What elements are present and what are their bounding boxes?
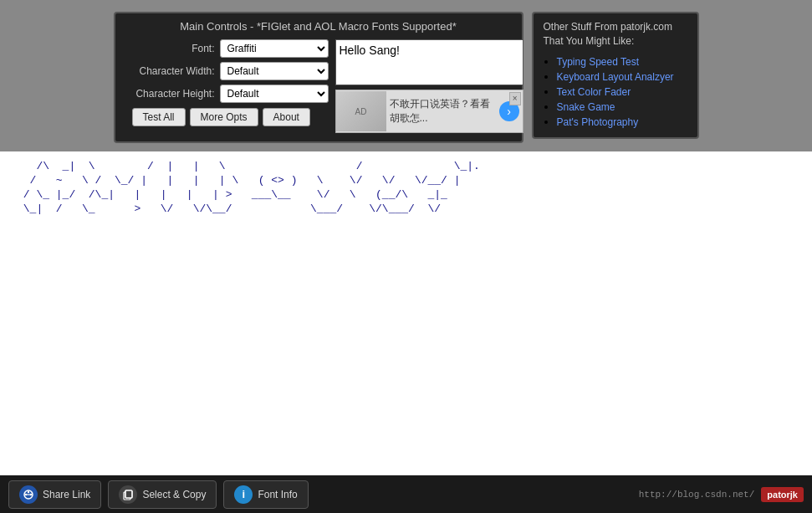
text-input-area: Hello Sang! × AD 不敢开口说英语？看看胡歌怎... › [335, 39, 523, 133]
text-color-link[interactable]: Text Color Fader [557, 86, 631, 98]
list-item: Text Color Fader [557, 85, 687, 98]
font-select[interactable]: Graffiti Standard Banner Big Block Bubbl… [220, 39, 329, 58]
button-row: Test All More Opts About [124, 108, 329, 126]
char-width-row: Character Width: Default Full Fitted Smu… [124, 62, 329, 80]
list-item: Pat's Photography [557, 115, 687, 128]
test-all-button[interactable]: Test All [132, 108, 186, 126]
svg-point-2 [28, 490, 29, 492]
list-item: Keyboard Layout Analzyer [557, 70, 687, 83]
output-area: /\ _| \ / | | \ / \_|. / ~ \ / \_/ | | |… [0, 151, 812, 475]
char-height-row: Character Height: Default Full Fitted Sm… [124, 85, 329, 103]
other-stuff-title: Other Stuff From patorjk.com That You Mi… [544, 20, 687, 49]
font-label: Font: [124, 43, 220, 54]
main-controls-title: Main Controls - *FIGlet and AOL Macro Fo… [124, 20, 513, 33]
share-icon [19, 485, 38, 504]
svg-rect-6 [125, 490, 132, 498]
other-stuff-list: Typing Speed Test Keyboard Layout Analzy… [544, 55, 687, 128]
keyboard-layout-link[interactable]: Keyboard Layout Analzyer [557, 71, 674, 83]
font-row: Font: Graffiti Standard Banner Big Block… [124, 39, 329, 58]
ad-image: AD [336, 91, 386, 131]
bottom-url: http://blog.csdn.net/ [639, 490, 755, 500]
patorjk-brand: patorjk [761, 487, 804, 502]
char-height-label: Character Height: [124, 88, 220, 100]
ad-close-button[interactable]: × [509, 92, 521, 105]
share-link-label: Share Link [43, 489, 90, 500]
ascii-output: /\ _| \ / | | \ / \_|. / ~ \ / \_/ | | |… [17, 160, 795, 217]
top-area: Main Controls - *FIGlet and AOL Macro Fo… [0, 0, 812, 151]
text-input[interactable]: Hello Sang! [335, 39, 523, 85]
share-link-button[interactable]: Share Link [8, 480, 101, 509]
ad-area: × AD 不敢开口说英语？看看胡歌怎... › [335, 90, 523, 133]
bottom-right: http://blog.csdn.net/ patorjk [639, 487, 804, 502]
controls-left: Font: Graffiti Standard Banner Big Block… [124, 39, 329, 133]
select-copy-label: Select & Copy [142, 489, 206, 500]
more-opts-button[interactable]: More Opts [190, 108, 258, 126]
select-copy-button[interactable]: Select & Copy [108, 480, 217, 509]
bottom-left-buttons: Share Link Select & Copy i Font Info [8, 480, 309, 509]
photography-link[interactable]: Pat's Photography [557, 116, 639, 128]
list-item: Snake Game [557, 100, 687, 113]
copy-icon [119, 485, 137, 504]
char-height-select[interactable]: Default Full Fitted Smush [220, 85, 329, 103]
main-controls-box: Main Controls - *FIGlet and AOL Macro Fo… [114, 12, 523, 143]
ad-text: 不敢开口说英语？看看胡歌怎... [386, 94, 499, 129]
other-stuff-box: Other Stuff From patorjk.com That You Mi… [532, 12, 699, 139]
list-item: Typing Speed Test [557, 55, 687, 68]
font-info-label: Font Info [258, 489, 297, 500]
svg-point-3 [25, 493, 27, 495]
controls-body: Font: Graffiti Standard Banner Big Block… [124, 39, 513, 133]
bottom-bar: Share Link Select & Copy i Font Info htt… [0, 475, 812, 513]
svg-point-4 [30, 493, 32, 495]
about-button[interactable]: About [263, 108, 310, 126]
char-width-select[interactable]: Default Full Fitted Smush [220, 62, 329, 80]
font-info-button[interactable]: i Font Info [223, 480, 308, 509]
char-width-label: Character Width: [124, 65, 220, 77]
snake-game-link[interactable]: Snake Game [557, 101, 615, 113]
info-icon: i [234, 485, 253, 504]
typing-speed-link[interactable]: Typing Speed Test [557, 56, 640, 68]
